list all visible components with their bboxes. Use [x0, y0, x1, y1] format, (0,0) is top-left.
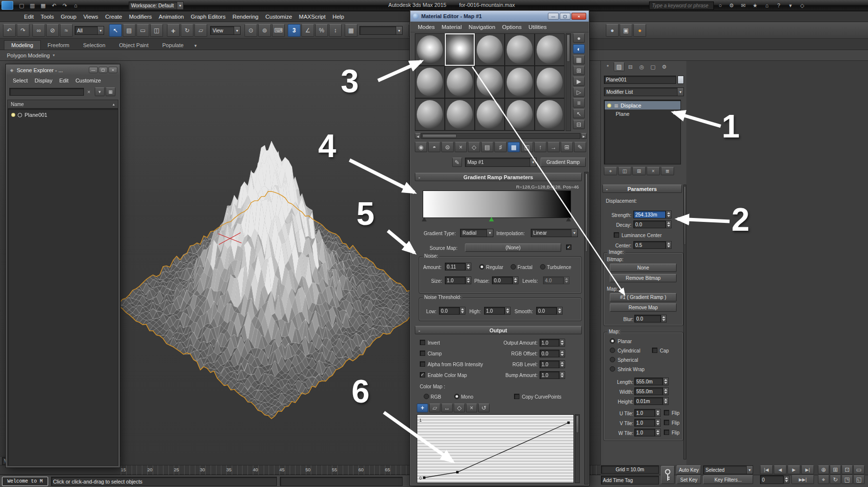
home-icon[interactable]: ⌂ [762, 1, 772, 10]
modifier-stack-item-plane[interactable]: Plane [605, 109, 680, 118]
filter-dropdown-icon[interactable]: ▼ [95, 87, 105, 96]
play-button[interactable]: ▶ [787, 465, 800, 474]
u-flip-checkbox[interactable] [664, 410, 669, 415]
maximize-viewport-icon[interactable]: ◱ [853, 475, 865, 484]
favorites-star-icon[interactable]: ★ [750, 1, 760, 10]
invert-checkbox[interactable] [420, 340, 425, 345]
previous-frame-button[interactable]: ◀ [774, 465, 787, 474]
enable-color-map-checkbox[interactable] [420, 372, 425, 378]
strength-field[interactable]: 254.133m [633, 211, 666, 218]
selection-filter-dropdown[interactable]: All▼ [75, 26, 104, 35]
w-tile-field[interactable]: 1.0 [634, 429, 655, 436]
background-checker-icon[interactable]: ▦ [573, 55, 585, 64]
angle-snap-icon[interactable]: ∠ [301, 24, 314, 37]
select-by-material-icon[interactable]: ↖ [573, 109, 585, 118]
parameters-rollout[interactable]: -Parameters [602, 185, 682, 193]
put-to-library-icon[interactable]: ▤ [481, 142, 493, 152]
select-move-icon[interactable]: + [167, 24, 180, 37]
eyedropper-icon[interactable]: ✎ [452, 158, 462, 167]
named-selection-set-dropdown[interactable]: ▼ [359, 26, 403, 35]
redo-icon[interactable]: ↷ [17, 24, 29, 37]
gradient-flag-end[interactable] [566, 217, 571, 221]
low-spinner[interactable] [460, 307, 465, 315]
use-pivot-center-icon[interactable]: ⊙ [244, 24, 257, 37]
search-icon[interactable]: ○ [716, 1, 725, 10]
cap-checkbox[interactable] [652, 348, 657, 353]
menu-create[interactable]: Create [102, 13, 126, 21]
fractal-radio[interactable] [511, 264, 516, 270]
tab-display-icon[interactable]: ▢ [648, 62, 658, 71]
u-tile-spinner[interactable] [655, 409, 661, 417]
auto-key-button[interactable]: Auto Key [677, 465, 701, 474]
me-menu-modes[interactable]: Modes [414, 23, 438, 31]
show-map-in-viewport-icon[interactable]: ▦ [508, 142, 520, 152]
tab-modeling[interactable]: Modeling [4, 40, 41, 50]
se-menu-select[interactable]: Select [9, 77, 31, 84]
gradient-flag-mid[interactable] [489, 217, 494, 221]
menu-graph-editors[interactable]: Graph Editors [187, 13, 229, 21]
menu-customize[interactable]: Customize [262, 13, 295, 21]
material-id-channel-icon[interactable]: ♯ [494, 142, 507, 152]
width-field[interactable]: 555.0m [634, 387, 663, 395]
new-scene-icon[interactable]: ▢ [17, 1, 27, 10]
scale-point-icon[interactable]: ▱ [429, 404, 440, 412]
shrink-wrap-radio[interactable] [610, 366, 615, 372]
gradient-flag-start[interactable] [422, 217, 427, 221]
menu-animation[interactable]: Animation [155, 13, 187, 21]
zoom-icon[interactable]: ⊕ [818, 465, 829, 474]
material-name-dropdown[interactable]: Map #1▼ [465, 158, 537, 167]
source-map-button[interactable]: (None) [465, 244, 561, 252]
mono-radio[interactable] [454, 394, 460, 399]
reference-coordinate-dropdown[interactable]: View▼ [210, 26, 241, 35]
turbulence-radio[interactable] [540, 264, 545, 270]
modifier-stack-item-displace[interactable]: ▦ Displace [605, 101, 680, 109]
orbit-icon[interactable]: ↻ [830, 475, 841, 484]
mountain-wireframe-mesh[interactable] [121, 61, 425, 454]
output-rollout[interactable]: -Output [415, 326, 582, 334]
select-manipulate-icon[interactable]: ⊚ [258, 24, 271, 37]
color-map-curve[interactable] [417, 415, 573, 483]
clear-search-icon[interactable]: × [85, 88, 93, 96]
slots-horizontal-scrollbar[interactable] [421, 133, 580, 139]
move-point-icon[interactable]: + [417, 404, 428, 412]
high-spinner[interactable] [505, 307, 511, 315]
go-to-start-button[interactable]: |◀ [760, 465, 773, 474]
scroll-left-icon[interactable]: ◀ [415, 133, 421, 139]
curve-scrollbar[interactable] [575, 414, 580, 483]
go-to-parent-icon[interactable]: ↑ [534, 142, 546, 152]
bump-amount-field[interactable]: 1.0 [540, 371, 559, 379]
select-object-icon[interactable]: ↖ [109, 24, 122, 37]
tab-object-paint[interactable]: Object Paint [112, 41, 156, 50]
high-field[interactable]: 1.0 [484, 307, 505, 315]
me-menu-navigation[interactable]: Navigation [465, 23, 498, 31]
scene-object-plane001[interactable]: Plane001 [9, 111, 117, 119]
slots-vertical-scrollbar[interactable] [566, 33, 571, 131]
output-amount-field[interactable]: 1.0 [540, 339, 559, 347]
sample-slot-12[interactable] [445, 98, 475, 131]
phase-field[interactable]: 0.0 [492, 276, 513, 284]
project-folder-icon[interactable]: ⌂ [71, 1, 81, 10]
decay-field[interactable]: 0.0 [633, 220, 666, 228]
me-menu-material[interactable]: Material [438, 23, 465, 31]
regular-radio[interactable] [479, 264, 485, 270]
key-filters-button[interactable]: Key Filters... [703, 475, 753, 484]
source-map-checkbox[interactable] [566, 244, 571, 250]
remove-modifier-icon[interactable]: × [647, 167, 660, 175]
sign-in-icon[interactable]: ⚙ [727, 1, 736, 10]
video-color-check-icon[interactable]: ▶ [573, 77, 585, 86]
rgb-radio[interactable] [424, 394, 429, 399]
save-file-icon[interactable]: ▦ [38, 1, 48, 10]
low-field[interactable]: 0.0 [439, 307, 460, 315]
amount-spinner[interactable] [465, 263, 471, 271]
sample-uv-tiling-icon[interactable]: ⊞ [573, 66, 585, 75]
menu-maxscript[interactable]: MAXScript [296, 13, 329, 21]
sample-slot-4[interactable] [505, 33, 535, 66]
luminance-center-checkbox[interactable] [614, 232, 619, 238]
sample-slot-11[interactable] [415, 98, 445, 131]
clamp-checkbox[interactable] [420, 351, 425, 356]
make-unique-icon[interactable]: ◇ [468, 142, 480, 152]
rgb-level-spinner[interactable] [559, 360, 565, 368]
scene-explorer-titlebar[interactable]: ◈ Scene Explorer - ... — ▢ × [6, 65, 119, 75]
menu-tools[interactable]: Tools [37, 13, 57, 21]
communication-icon[interactable]: ✉ [738, 1, 748, 10]
